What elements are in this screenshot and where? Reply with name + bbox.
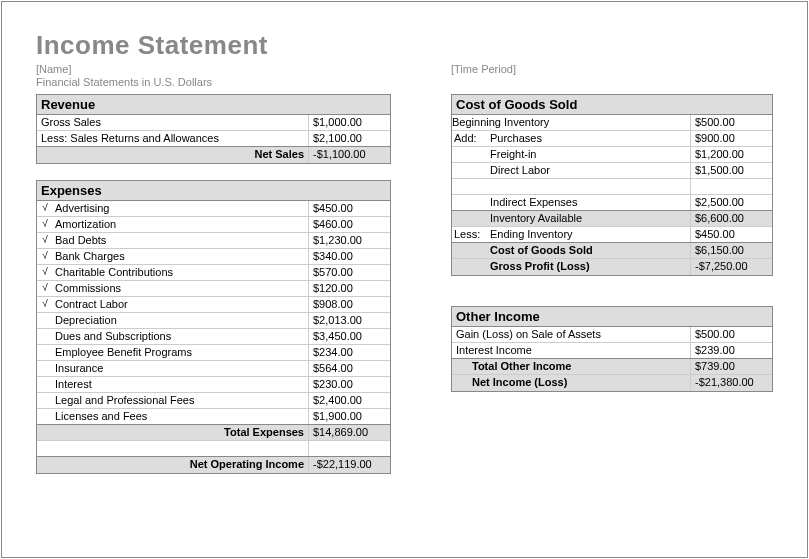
row-label: Net Income (Loss) <box>452 375 690 391</box>
table-row: Beginning Inventory $500.00 <box>452 115 772 131</box>
row-value: $3,450.00 <box>308 329 390 344</box>
other-income-header: Other Income <box>452 307 772 327</box>
total-other-income-row: Total Other Income $739.00 <box>452 359 772 375</box>
table-row: Depreciation$2,013.00 <box>37 313 390 329</box>
row-prefix <box>452 147 488 162</box>
row-value: $6,600.00 <box>690 211 772 226</box>
row-value: $1,000.00 <box>308 115 390 130</box>
row-label: Inventory Available <box>488 211 690 226</box>
other-income-section: Other Income Gain (Loss) on Sale of Asse… <box>451 306 773 392</box>
table-row: Gain (Loss) on Sale of Assets $500.00 <box>452 327 772 343</box>
row-value: $1,900.00 <box>308 409 390 424</box>
cogs-section: Cost of Goods Sold Beginning Inventory $… <box>451 94 773 276</box>
row-prefix <box>452 195 488 210</box>
row-label: Cost of Goods Sold <box>488 243 690 258</box>
row-label: Insurance <box>53 361 308 376</box>
row-label: Gross Profit (Loss) <box>488 259 690 275</box>
row-label: Indirect Expenses <box>488 195 690 210</box>
table-row: Employee Benefit Programs$234.00 <box>37 345 390 361</box>
table-row: Freight-in $1,200.00 <box>452 147 772 163</box>
expenses-header: Expenses <box>37 181 390 201</box>
row-value: $1,500.00 <box>690 163 772 178</box>
table-row: Indirect Expenses $2,500.00 <box>452 195 772 211</box>
row-value: $1,200.00 <box>690 147 772 162</box>
row-value: $2,100.00 <box>308 131 390 146</box>
blank-row <box>37 441 390 457</box>
row-value: $570.00 <box>308 265 390 280</box>
table-row: Less: Ending Inventory $450.00 <box>452 227 772 243</box>
row-label: Bank Charges <box>53 249 308 264</box>
row-label: Employee Benefit Programs <box>53 345 308 360</box>
row-label: Purchases <box>488 131 690 146</box>
check-mark: √ <box>37 233 53 248</box>
table-row: Gross Sales $1,000.00 <box>37 115 390 131</box>
check-mark <box>37 313 53 328</box>
table-row: √Charitable Contributions$570.00 <box>37 265 390 281</box>
check-mark: √ <box>37 201 53 216</box>
table-row: √Contract Labor$908.00 <box>37 297 390 313</box>
row-prefix <box>452 243 488 258</box>
row-label: Interest <box>53 377 308 392</box>
total-expenses-row: Total Expenses $14,869.00 <box>37 425 390 441</box>
cogs-total-row: Cost of Goods Sold $6,150.00 <box>452 243 772 259</box>
row-value: $564.00 <box>308 361 390 376</box>
row-label: Total Other Income <box>452 359 690 374</box>
row-label: Licenses and Fees <box>53 409 308 424</box>
table-row: Dues and Subscriptions$3,450.00 <box>37 329 390 345</box>
table-row: Less: Sales Returns and Allowances $2,10… <box>37 131 390 147</box>
row-label: Advertising <box>53 201 308 216</box>
net-operating-row: Net Operating Income -$22,119.00 <box>37 457 390 473</box>
check-mark <box>37 345 53 360</box>
row-value: -$21,380.00 <box>690 375 772 391</box>
table-row: Direct Labor $1,500.00 <box>452 163 772 179</box>
check-mark <box>37 361 53 376</box>
row-label: Freight-in <box>488 147 690 162</box>
right-column: Cost of Goods Sold Beginning Inventory $… <box>451 94 773 408</box>
table-row: Interest Income $239.00 <box>452 343 772 359</box>
row-label: Gain (Loss) on Sale of Assets <box>452 327 690 342</box>
check-mark: √ <box>37 281 53 296</box>
check-mark: √ <box>37 297 53 312</box>
row-value: $908.00 <box>308 297 390 312</box>
row-value: $450.00 <box>690 227 772 242</box>
name-placeholder: [Name] <box>36 63 391 75</box>
blank-row <box>452 179 772 195</box>
net-income-row: Net Income (Loss) -$21,380.00 <box>452 375 772 391</box>
table-row: Add: Purchases $900.00 <box>452 131 772 147</box>
row-value: $2,013.00 <box>308 313 390 328</box>
row-value: $460.00 <box>308 217 390 232</box>
row-value: -$22,119.00 <box>308 457 390 473</box>
table-row: √Bad Debts$1,230.00 <box>37 233 390 249</box>
row-label: Contract Labor <box>53 297 308 312</box>
table-row: √Amortization$460.00 <box>37 217 390 233</box>
table-row: √Commissions$120.00 <box>37 281 390 297</box>
table-row: √Bank Charges$340.00 <box>37 249 390 265</box>
cogs-header: Cost of Goods Sold <box>452 95 772 115</box>
check-mark <box>37 377 53 392</box>
row-value: $2,400.00 <box>308 393 390 408</box>
table-row: √Advertising$450.00 <box>37 201 390 217</box>
row-label: Total Expenses <box>37 425 308 440</box>
row-value: $2,500.00 <box>690 195 772 210</box>
income-statement-page: Income Statement [Name] [Time Period] Fi… <box>1 1 808 558</box>
row-value: $14,869.00 <box>308 425 390 440</box>
row-label: Ending Inventory <box>488 227 690 242</box>
row-value: $239.00 <box>690 343 772 358</box>
row-label: Amortization <box>53 217 308 232</box>
row-prefix: Less: <box>452 227 488 242</box>
meta-row: [Name] [Time Period] <box>36 63 773 75</box>
table-row: Interest$230.00 <box>37 377 390 393</box>
check-mark <box>37 393 53 408</box>
row-label: Direct Labor <box>488 163 690 178</box>
row-value: $900.00 <box>690 131 772 146</box>
row-value: $500.00 <box>690 327 772 342</box>
row-prefix <box>452 211 488 226</box>
inventory-available-row: Inventory Available $6,600.00 <box>452 211 772 227</box>
row-value: $340.00 <box>308 249 390 264</box>
columns: Revenue Gross Sales $1,000.00 Less: Sale… <box>36 94 773 490</box>
check-mark: √ <box>37 249 53 264</box>
table-row: Licenses and Fees$1,900.00 <box>37 409 390 425</box>
row-value: $1,230.00 <box>308 233 390 248</box>
table-row: Insurance$564.00 <box>37 361 390 377</box>
check-mark: √ <box>37 217 53 232</box>
